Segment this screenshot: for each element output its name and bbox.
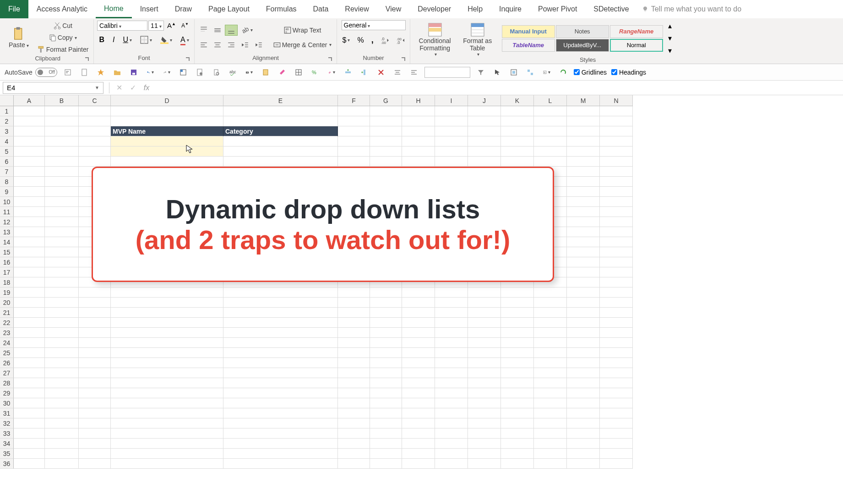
- cell-L31[interactable]: [534, 408, 567, 418]
- cell-D29[interactable]: [111, 388, 223, 398]
- cell-K30[interactable]: [501, 398, 534, 408]
- cell-F19[interactable]: [338, 287, 370, 298]
- row-header-14[interactable]: 14: [0, 237, 14, 247]
- cell-J6[interactable]: [468, 157, 501, 167]
- cell-A19[interactable]: [14, 287, 45, 298]
- number-format-combo[interactable]: General: [342, 20, 406, 30]
- cell-C19[interactable]: [79, 287, 111, 298]
- cell-K27[interactable]: [501, 368, 534, 378]
- cell-H21[interactable]: [402, 308, 435, 318]
- cell-H4[interactable]: [402, 136, 435, 146]
- cell-K31[interactable]: [501, 408, 534, 418]
- cell-F26[interactable]: [338, 358, 370, 368]
- align-middle-button[interactable]: [211, 25, 224, 36]
- style-scroll-down-button[interactable]: ▾: [666, 33, 674, 44]
- cell-J26[interactable]: [468, 358, 501, 368]
- cell-A30[interactable]: [14, 398, 45, 408]
- row-header-13[interactable]: 13: [0, 227, 14, 237]
- row-header-28[interactable]: 28: [0, 378, 14, 388]
- cell-E3[interactable]: Category: [223, 126, 338, 136]
- cell-D22[interactable]: [111, 318, 223, 328]
- qat-page-setup-button[interactable]: [194, 66, 206, 78]
- cell-M23[interactable]: [567, 328, 600, 338]
- cell-I20[interactable]: [435, 298, 468, 308]
- cell-I28[interactable]: [435, 378, 468, 388]
- cell-I1[interactable]: [435, 106, 468, 116]
- cell-E32[interactable]: [223, 418, 338, 428]
- cell-B30[interactable]: [45, 398, 79, 408]
- worksheet-grid[interactable]: ABCDEFGHIJKLMN 1234567891011121314151617…: [0, 95, 843, 489]
- cell-N11[interactable]: [600, 207, 633, 217]
- formula-input[interactable]: [153, 82, 843, 94]
- cell-J21[interactable]: [468, 308, 501, 318]
- cell-A16[interactable]: [14, 257, 45, 267]
- cell-D26[interactable]: [111, 358, 223, 368]
- cell-D3[interactable]: MVP Name: [111, 126, 223, 136]
- row-header-32[interactable]: 32: [0, 418, 14, 428]
- cell-F5[interactable]: [338, 146, 370, 157]
- cell-N31[interactable]: [600, 408, 633, 418]
- gridlines-checkbox[interactable]: Gridlines: [574, 69, 607, 76]
- cell-M32[interactable]: [567, 418, 600, 428]
- qat-input-field[interactable]: [424, 67, 470, 78]
- cell-E2[interactable]: [223, 116, 338, 126]
- row-header-10[interactable]: 10: [0, 197, 14, 207]
- cell-E20[interactable]: [223, 298, 338, 308]
- cell-M27[interactable]: [567, 368, 600, 378]
- format-as-table-button[interactable]: Format as Table: [459, 20, 496, 59]
- cell-L5[interactable]: [534, 146, 567, 157]
- cell-J28[interactable]: [468, 378, 501, 388]
- cell-G22[interactable]: [370, 318, 402, 328]
- cell-N13[interactable]: [600, 227, 633, 237]
- cell-E31[interactable]: [223, 408, 338, 418]
- cell-H26[interactable]: [402, 358, 435, 368]
- cell-I19[interactable]: [435, 287, 468, 298]
- qat-filter-button[interactable]: [475, 66, 487, 78]
- cell-E25[interactable]: [223, 348, 338, 358]
- cell-E27[interactable]: [223, 368, 338, 378]
- cell-M29[interactable]: [567, 388, 600, 398]
- cell-L19[interactable]: [534, 287, 567, 298]
- row-header-27[interactable]: 27: [0, 368, 14, 378]
- enter-formula-button[interactable]: ✓: [126, 82, 140, 94]
- cell-M16[interactable]: [567, 257, 600, 267]
- cell-C22[interactable]: [79, 318, 111, 328]
- wrap-text-button[interactable]: abc Wrap Text: [271, 25, 334, 36]
- qat-insert-rows-button[interactable]: [342, 66, 354, 78]
- cell-J35[interactable]: [468, 449, 501, 459]
- column-header-E[interactable]: E: [223, 95, 338, 106]
- cell-K26[interactable]: [501, 358, 534, 368]
- cell-C27[interactable]: [79, 368, 111, 378]
- cell-A8[interactable]: [14, 177, 45, 187]
- headings-check[interactable]: [611, 69, 617, 75]
- cell-A11[interactable]: [14, 207, 45, 217]
- cell-E30[interactable]: [223, 398, 338, 408]
- cell-C1[interactable]: [79, 106, 111, 116]
- cell-G36[interactable]: [370, 459, 402, 469]
- column-header-N[interactable]: N: [600, 95, 633, 106]
- cell-L2[interactable]: [534, 116, 567, 126]
- row-header-34[interactable]: 34: [0, 439, 14, 449]
- cell-A9[interactable]: [14, 187, 45, 197]
- cell-C20[interactable]: [79, 298, 111, 308]
- row-header-11[interactable]: 11: [0, 207, 14, 217]
- cell-A10[interactable]: [14, 197, 45, 207]
- cell-A34[interactable]: [14, 439, 45, 449]
- cell-N14[interactable]: [600, 237, 633, 247]
- cell-N17[interactable]: [600, 267, 633, 277]
- cell-F25[interactable]: [338, 348, 370, 358]
- cell-M9[interactable]: [567, 187, 600, 197]
- cell-K4[interactable]: [501, 136, 534, 146]
- cell-N8[interactable]: [600, 177, 633, 187]
- cell-H25[interactable]: [402, 348, 435, 358]
- cell-D32[interactable]: [111, 418, 223, 428]
- cell-E26[interactable]: [223, 358, 338, 368]
- column-header-F[interactable]: F: [338, 95, 370, 106]
- cell-H27[interactable]: [402, 368, 435, 378]
- cell-H6[interactable]: [402, 157, 435, 167]
- cell-K34[interactable]: [501, 439, 534, 449]
- cell-A18[interactable]: [14, 277, 45, 287]
- cell-M25[interactable]: [567, 348, 600, 358]
- tab-inquire[interactable]: Inquire: [491, 0, 530, 18]
- cell-E6[interactable]: [223, 157, 338, 167]
